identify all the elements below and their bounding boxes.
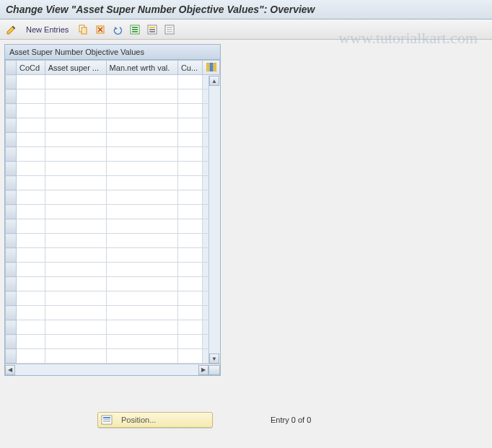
scroll-up-arrow-icon[interactable]: ▲ — [209, 76, 219, 86]
column-header-man-net[interactable]: Man.net wrth val. — [106, 61, 177, 75]
table-cell[interactable] — [177, 118, 203, 133]
scroll-left-arrow-icon[interactable]: ◀ — [5, 365, 15, 375]
table-row[interactable] — [6, 320, 220, 335]
table-cell[interactable] — [177, 104, 203, 118]
column-header-asset-super[interactable]: Asset super ... — [45, 61, 106, 75]
table-cell[interactable] — [45, 176, 106, 190]
table-cell[interactable] — [45, 190, 106, 205]
row-selector-cell[interactable] — [6, 248, 17, 263]
row-selector-cell[interactable] — [6, 162, 17, 176]
table-cell[interactable] — [177, 291, 203, 306]
table-cell[interactable] — [106, 219, 177, 234]
table-cell[interactable] — [16, 263, 45, 277]
table-cell[interactable] — [45, 133, 106, 147]
table-cell[interactable] — [106, 162, 177, 176]
table-row[interactable] — [6, 277, 220, 291]
table-row[interactable] — [6, 335, 220, 349]
row-selector-cell[interactable] — [6, 277, 17, 291]
table-cell[interactable] — [106, 89, 177, 104]
table-cell[interactable] — [177, 349, 203, 364]
row-selector-cell[interactable] — [6, 190, 17, 205]
table-cell[interactable] — [177, 248, 203, 263]
toggle-edit-icon[interactable] — [4, 22, 19, 37]
table-cell[interactable] — [16, 349, 45, 364]
table-cell[interactable] — [177, 320, 203, 335]
table-cell[interactable] — [16, 248, 45, 263]
table-cell[interactable] — [106, 104, 177, 118]
horizontal-scroll-track[interactable] — [15, 365, 198, 375]
table-row[interactable] — [6, 190, 220, 205]
table-cell[interactable] — [16, 306, 45, 320]
table-row[interactable] — [6, 162, 220, 176]
row-selector-cell[interactable] — [6, 320, 17, 335]
table-cell[interactable] — [106, 147, 177, 162]
table-cell[interactable] — [16, 291, 45, 306]
table-cell[interactable] — [177, 176, 203, 190]
column-config-button[interactable] — [203, 61, 220, 75]
new-entries-button[interactable]: New Entries — [22, 24, 73, 35]
table-cell[interactable] — [45, 263, 106, 277]
select-all-icon[interactable] — [128, 22, 142, 37]
table-cell[interactable] — [16, 234, 45, 248]
table-cell[interactable] — [177, 133, 203, 147]
table-cell[interactable] — [106, 205, 177, 219]
table-cell[interactable] — [16, 133, 45, 147]
table-cell[interactable] — [16, 89, 45, 104]
table-row[interactable] — [6, 104, 220, 118]
table-cell[interactable] — [16, 118, 45, 133]
table-cell[interactable] — [45, 234, 106, 248]
table-cell[interactable] — [177, 147, 203, 162]
row-selector-cell[interactable] — [6, 176, 17, 190]
table-cell[interactable] — [106, 176, 177, 190]
table-cell[interactable] — [177, 277, 203, 291]
table-cell[interactable] — [106, 263, 177, 277]
table-cell[interactable] — [45, 219, 106, 234]
copy-icon[interactable] — [76, 22, 90, 37]
row-selector-cell[interactable] — [6, 291, 17, 306]
table-cell[interactable] — [177, 234, 203, 248]
table-row[interactable] — [6, 291, 220, 306]
row-selector-cell[interactable] — [6, 349, 17, 364]
table-cell[interactable] — [45, 306, 106, 320]
table-row[interactable] — [6, 147, 220, 162]
column-header-cocd[interactable]: CoCd — [16, 61, 45, 75]
table-cell[interactable] — [16, 176, 45, 190]
table-row[interactable] — [6, 89, 220, 104]
table-row[interactable] — [6, 205, 220, 219]
table-cell[interactable] — [106, 234, 177, 248]
table-cell[interactable] — [106, 306, 177, 320]
table-cell[interactable] — [16, 75, 45, 89]
position-button[interactable]: Position... — [97, 412, 213, 428]
table-cell[interactable] — [177, 306, 203, 320]
table-cell[interactable] — [177, 89, 203, 104]
table-cell[interactable] — [177, 263, 203, 277]
horizontal-scrollbar[interactable]: ◀ ▶ — [5, 364, 220, 375]
scroll-down-arrow-icon[interactable]: ▼ — [209, 353, 219, 364]
scroll-right-arrow-icon[interactable]: ▶ — [198, 365, 208, 375]
table-row[interactable] — [6, 349, 220, 364]
table-cell[interactable] — [106, 248, 177, 263]
table-cell[interactable] — [177, 190, 203, 205]
table-cell[interactable] — [45, 118, 106, 133]
table-cell[interactable] — [16, 147, 45, 162]
table-cell[interactable] — [45, 248, 106, 263]
table-cell[interactable] — [177, 162, 203, 176]
table-row[interactable] — [6, 219, 220, 234]
table-cell[interactable] — [16, 190, 45, 205]
table-cell[interactable] — [45, 147, 106, 162]
row-selector-cell[interactable] — [6, 263, 17, 277]
table-cell[interactable] — [45, 104, 106, 118]
row-selector-cell[interactable] — [6, 219, 17, 234]
table-cell[interactable] — [45, 335, 106, 349]
row-selector-cell[interactable] — [6, 205, 17, 219]
table-cell[interactable] — [45, 162, 106, 176]
table-cell[interactable] — [16, 162, 45, 176]
table-row[interactable] — [6, 234, 220, 248]
table-row[interactable] — [6, 133, 220, 147]
table-cell[interactable] — [106, 349, 177, 364]
table-cell[interactable] — [106, 190, 177, 205]
table-cell[interactable] — [106, 75, 177, 89]
select-block-icon[interactable] — [145, 22, 159, 37]
table-cell[interactable] — [45, 75, 106, 89]
table-row[interactable] — [6, 306, 220, 320]
